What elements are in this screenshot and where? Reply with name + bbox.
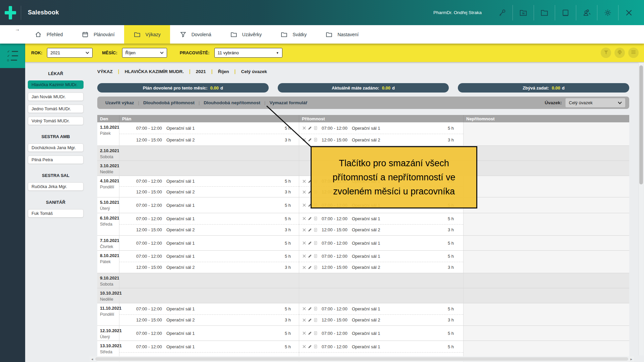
delete-icon[interactable] bbox=[302, 203, 306, 207]
presence-cell bbox=[299, 273, 463, 288]
copy-icon[interactable] bbox=[314, 228, 318, 232]
edit-icon[interactable] bbox=[308, 265, 312, 269]
scroll-left-icon[interactable]: ◂ bbox=[91, 357, 93, 361]
delete-icon[interactable] bbox=[302, 138, 306, 142]
edit-icon[interactable] bbox=[308, 138, 312, 142]
day-name: Neděle bbox=[100, 297, 118, 302]
year-select[interactable]: 2021 bbox=[47, 48, 93, 58]
contract-label: Úvazek: bbox=[545, 100, 562, 105]
copy-icon[interactable] bbox=[314, 331, 318, 335]
entry-place: Operační sál 1 bbox=[166, 203, 195, 208]
scrollbar-thumb[interactable] bbox=[95, 357, 629, 361]
delete-icon[interactable] bbox=[302, 345, 306, 349]
entry-hours: 5 h bbox=[285, 216, 291, 221]
tab-uzaverky[interactable]: Uzávěrky bbox=[221, 25, 271, 44]
employee-item-dochazkova-jana-mgr-[interactable]: Docházková Jana Mgr. bbox=[28, 143, 84, 152]
print-button[interactable] bbox=[614, 48, 625, 58]
menu-button[interactable] bbox=[628, 48, 639, 58]
delete-icon[interactable] bbox=[302, 190, 306, 194]
employee-item-hlavicka-kazimir-mudr-[interactable]: Hlavička Kazimír MUDr. bbox=[28, 80, 84, 89]
copy-icon[interactable] bbox=[314, 318, 318, 322]
folder-icon[interactable] bbox=[534, 5, 555, 20]
copy-icon[interactable] bbox=[314, 345, 318, 349]
copy-icon[interactable] bbox=[314, 126, 318, 130]
delete-icon[interactable] bbox=[302, 318, 306, 322]
filter-button[interactable] bbox=[601, 48, 611, 58]
copy-icon[interactable] bbox=[314, 254, 318, 258]
delete-icon[interactable] bbox=[302, 126, 306, 130]
dlouhodoba-nepritomnost-button[interactable]: Dlouhodobá nepřítomnost bbox=[200, 100, 264, 105]
edit-icon[interactable] bbox=[308, 126, 312, 130]
tab-prehled[interactable]: Přehled bbox=[25, 25, 72, 44]
edit-icon[interactable] bbox=[308, 241, 312, 245]
employee-item-volny-tomas-mudr-[interactable]: Volný Tomáš MUDr. bbox=[28, 117, 84, 125]
uzavrit-vykaz-button[interactable]: Uzavřít výkaz bbox=[101, 100, 138, 105]
entry-hours: 5 h bbox=[448, 331, 454, 336]
absence-cell bbox=[463, 326, 629, 341]
delete-icon[interactable] bbox=[302, 307, 306, 311]
gear-icon[interactable] bbox=[597, 5, 618, 20]
employee-item-pilna-petra[interactable]: Pilná Petra bbox=[28, 156, 84, 164]
employee-item-fuk-tomas[interactable]: Fuk Tomáš bbox=[28, 209, 84, 218]
workplace-select[interactable]: 11 vybráno ▼ bbox=[214, 48, 282, 58]
absence-cell bbox=[463, 288, 629, 303]
presence-cell: 07:00 - 12:00Operační sál 15 h12:00 - 15… bbox=[299, 122, 463, 145]
edit-icon[interactable] bbox=[308, 217, 312, 221]
delete-icon[interactable] bbox=[302, 331, 306, 335]
vymazat-formular-button[interactable]: Vymazat formulář bbox=[265, 100, 311, 105]
contract-select[interactable]: Celý úvazek bbox=[566, 98, 625, 107]
day-date: 13.10.2021 bbox=[100, 343, 118, 348]
breadcrumb-contract: Celý úvazek bbox=[241, 69, 267, 74]
scroll-right-icon[interactable]: ▸ bbox=[630, 357, 632, 361]
copy-icon[interactable] bbox=[314, 241, 318, 245]
employee-item-jan-novak-mudr-[interactable]: Jan Novák MUDr. bbox=[28, 93, 84, 101]
day-name: Pondělí bbox=[100, 185, 118, 189]
entry-actions bbox=[302, 307, 318, 311]
collapse-arrow-icon[interactable]: → bbox=[15, 26, 20, 32]
dlouhodoba-pritomnost-button[interactable]: Dlouhodobá přítomnost bbox=[139, 100, 199, 105]
tab-nastaveni[interactable]: Nastavení bbox=[316, 25, 368, 44]
edit-icon[interactable] bbox=[308, 307, 312, 311]
employee-item-rucicka-jirka-mgr-[interactable]: Ručička Jirka Mgr. bbox=[28, 182, 84, 191]
horizontal-scrollbar[interactable]: ◂ ▸ bbox=[90, 356, 634, 362]
copy-icon[interactable] bbox=[314, 265, 318, 269]
edit-icon[interactable] bbox=[308, 254, 312, 258]
summary-pills: Plán dovolené pro tento měsíc:0.00dAktuá… bbox=[97, 83, 629, 93]
edit-icon[interactable] bbox=[308, 345, 312, 349]
delete-icon[interactable] bbox=[302, 228, 306, 232]
copy-icon[interactable] bbox=[314, 307, 318, 311]
edit-icon[interactable] bbox=[308, 318, 312, 322]
entry-place: Operační sál 1 bbox=[166, 179, 195, 184]
copy-icon[interactable] bbox=[314, 217, 318, 221]
entry-actions bbox=[302, 318, 318, 322]
delete-icon[interactable] bbox=[302, 217, 306, 221]
entry-place: Operační sál 1 bbox=[352, 306, 380, 311]
delete-icon[interactable] bbox=[302, 241, 306, 245]
delete-icon[interactable] bbox=[302, 179, 306, 183]
tab-planovani[interactable]: Plánování bbox=[72, 25, 124, 44]
vertical-scrollbar[interactable] bbox=[638, 63, 644, 355]
key-icon[interactable] bbox=[492, 5, 513, 20]
edit-icon[interactable] bbox=[308, 331, 312, 335]
employee-item-jedno-tomas-mudr-[interactable]: Jedno Tomáš MUDr. bbox=[28, 105, 84, 113]
edit-icon[interactable] bbox=[308, 228, 312, 232]
tab-vykazy[interactable]: Výkazy bbox=[124, 25, 170, 44]
month-select[interactable]: Říjen bbox=[122, 48, 167, 58]
copy-icon[interactable] bbox=[314, 138, 318, 142]
entry-place: Operační sál 1 bbox=[352, 254, 380, 259]
close-icon[interactable] bbox=[618, 5, 639, 20]
plan-cell: 07:00 - 12:00Operační sál 15 h12:00 - 15… bbox=[119, 176, 299, 197]
scrollbar-thumb[interactable] bbox=[639, 65, 643, 184]
users-icon[interactable] bbox=[576, 5, 597, 20]
delete-icon[interactable] bbox=[302, 254, 306, 258]
delete-icon[interactable] bbox=[302, 265, 306, 269]
day-date: 10.10.2021 bbox=[100, 291, 118, 296]
window-icon[interactable] bbox=[555, 5, 576, 20]
checklist-button[interactable]: ✓ ✓ bbox=[0, 44, 25, 68]
plan-entry: 07:00 - 12:00Operační sál 15 h bbox=[119, 341, 299, 352]
folder-new-icon[interactable]: N bbox=[513, 5, 534, 20]
day-cell: 12.10.2021Úterý bbox=[97, 326, 119, 341]
tab-svatky[interactable]: Svátky bbox=[271, 25, 316, 44]
presence-entry: 07:00 - 12:00Operační sál 15 h bbox=[299, 341, 463, 352]
tab-dovolena[interactable]: Dovolená bbox=[170, 25, 221, 44]
